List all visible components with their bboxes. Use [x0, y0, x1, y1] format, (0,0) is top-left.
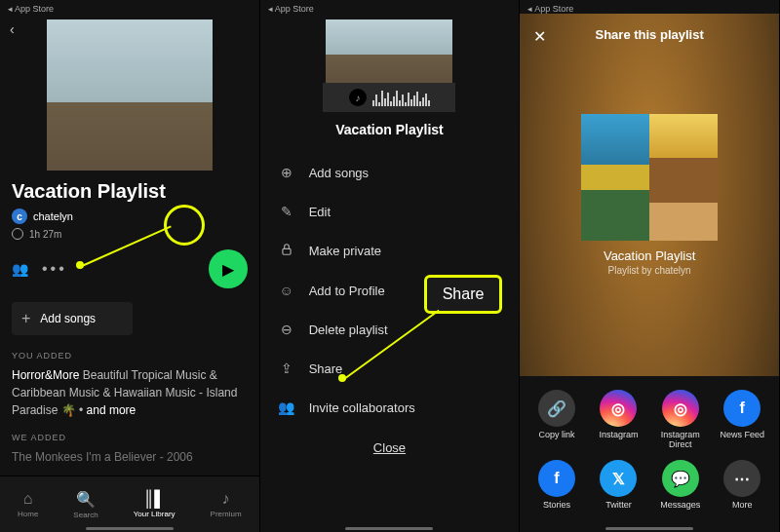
share-twitter[interactable]: 𝕏Twitter: [588, 460, 649, 511]
share-icon: ⇪: [278, 361, 295, 376]
screen-context-menu: ◂ App Store ♪ Vacation Playlist ⊕Add son…: [260, 0, 521, 532]
add-collaborator-icon[interactable]: 👥: [12, 261, 28, 277]
context-menu: ⊕Add songs ✎Edit Make private ☺Add to Pr…: [260, 153, 520, 427]
soundwave-icon: [372, 89, 430, 106]
menu-delete[interactable]: ⊖Delete playlist: [278, 310, 502, 349]
author-avatar: c: [12, 209, 27, 224]
share-label: Copy link: [539, 431, 575, 440]
share-label: Instagram: [599, 431, 638, 440]
you-added-label: YOU ADDED: [0, 351, 259, 366]
screen-share-sheet: ◂ App Store ✕ Share this playlist Vacati…: [520, 0, 780, 532]
premium-icon: ♪: [222, 490, 230, 508]
track-name: Horror&More: [12, 368, 79, 382]
search-icon: 🔍: [76, 490, 96, 509]
playlist-meta: 1h 27m: [0, 228, 259, 249]
share-copy-link[interactable]: 🔗Copy link: [526, 390, 587, 450]
menu-label: Share: [309, 361, 343, 376]
library-icon: ║▌: [143, 490, 166, 508]
more-icon: ⋯: [723, 460, 760, 497]
close-button[interactable]: Close: [260, 440, 520, 455]
share-title: Share this playlist: [596, 27, 704, 42]
play-button[interactable]: ▶: [209, 249, 248, 288]
twitter-icon: 𝕏: [600, 460, 637, 497]
menu-label: Delete playlist: [309, 323, 388, 337]
menu-label: Make private: [309, 244, 381, 258]
menu-share[interactable]: ⇪Share: [278, 349, 502, 388]
share-byline: Playlist by chatelyn: [520, 265, 779, 276]
share-cover: [581, 114, 718, 241]
avatar-initial: c: [17, 211, 22, 222]
tab-home[interactable]: ⌂Home: [18, 490, 38, 518]
and-more: and more: [87, 403, 136, 417]
add-songs-button[interactable]: + Add songs: [12, 302, 133, 335]
menu-add-profile[interactable]: ☺Add to Profile: [278, 271, 502, 310]
share-label: News Feed: [720, 431, 764, 440]
tab-premium[interactable]: ♪Premium: [211, 490, 242, 518]
home-indicator: [605, 527, 693, 530]
globe-icon: [12, 228, 23, 240]
facebook-stories-icon: f: [538, 460, 575, 497]
share-label: Stories: [543, 501, 570, 511]
menu-make-private[interactable]: Make private: [278, 231, 502, 271]
more-options-icon[interactable]: •••: [42, 260, 67, 278]
status-bar: ◂ App Store: [0, 0, 259, 16]
home-indicator: [345, 527, 433, 530]
screen-playlist: ◂ App Store ‹ Vacation Playlist c chatel…: [0, 0, 260, 532]
playlist-cover[interactable]: [47, 19, 213, 171]
back-chevron-icon[interactable]: ‹: [10, 21, 15, 37]
track-item-1[interactable]: Horror&More Beautiful Tropical Music & C…: [0, 366, 259, 433]
playlist-cover-small: [326, 19, 452, 83]
share-messages[interactable]: 💬Messages: [649, 460, 711, 511]
share-instagram-direct[interactable]: ◎Instagram Direct: [649, 390, 711, 450]
share-label: More: [732, 501, 753, 511]
status-text: App Store: [15, 4, 54, 14]
share-stories[interactable]: fStories: [526, 460, 587, 511]
home-indicator: [86, 527, 174, 530]
menu-label: Add to Profile: [309, 284, 385, 298]
add-user-icon: 👥: [278, 399, 295, 415]
share-header: ✕ Share this playlist: [520, 14, 779, 56]
instagram-direct-icon: ◎: [662, 390, 699, 427]
tab-library[interactable]: ║▌Your Library: [134, 490, 176, 518]
minus-circle-icon: ⊖: [278, 322, 295, 337]
status-text: App Store: [534, 4, 573, 14]
share-label: Twitter: [605, 501, 632, 511]
we-added-label: WE ADDED: [0, 433, 259, 448]
share-news-feed[interactable]: fNews Feed: [712, 390, 773, 450]
action-row: 👥 ••• ▶: [0, 249, 259, 298]
menu-label: Add songs: [309, 166, 369, 180]
share-options-grid: 🔗Copy link ◎Instagram ◎Instagram Direct …: [520, 376, 779, 532]
tab-label: Search: [73, 511, 98, 519]
share-sheet: ✕ Share this playlist Vacation Playlist …: [520, 14, 779, 532]
author-name: chatelyn: [33, 210, 73, 222]
close-icon[interactable]: ✕: [533, 27, 546, 46]
menu-label: Invite collaborators: [309, 400, 415, 415]
playlist-byline[interactable]: c chatelyn: [0, 209, 259, 228]
menu-edit[interactable]: ✎Edit: [278, 192, 502, 231]
spotify-code[interactable]: ♪: [323, 83, 455, 112]
home-icon: ⌂: [23, 490, 33, 508]
svg-rect-0: [283, 248, 291, 254]
add-songs-label: Add songs: [40, 312, 96, 325]
status-bar: ◂ App Store: [260, 0, 520, 16]
menu-add-songs[interactable]: ⊕Add songs: [278, 153, 502, 192]
share-more[interactable]: ⋯More: [712, 460, 773, 511]
share-playlist-name: Vacation Playlist: [520, 248, 779, 263]
menu-invite[interactable]: 👥Invite collaborators: [278, 388, 502, 427]
lock-icon: [278, 243, 295, 259]
menu-title: Vacation Playlist: [260, 122, 520, 137]
duration: 1h 27m: [29, 229, 61, 240]
track-name: The Monkees I'm a Believer - 2006: [12, 450, 193, 464]
tab-search[interactable]: 🔍Search: [73, 490, 98, 519]
plus-icon: +: [21, 310, 30, 327]
pencil-icon: ✎: [278, 204, 295, 219]
share-label: Messages: [660, 501, 700, 511]
spotify-icon: ♪: [349, 89, 367, 106]
share-instagram[interactable]: ◎Instagram: [588, 390, 649, 450]
instagram-icon: ◎: [600, 390, 637, 427]
tab-label: Home: [18, 510, 38, 518]
status-text: App Store: [275, 4, 314, 14]
messages-icon: 💬: [662, 460, 699, 497]
tab-label: Premium: [211, 510, 242, 518]
tab-bar: ⌂Home 🔍Search ║▌Your Library ♪Premium: [0, 475, 259, 532]
